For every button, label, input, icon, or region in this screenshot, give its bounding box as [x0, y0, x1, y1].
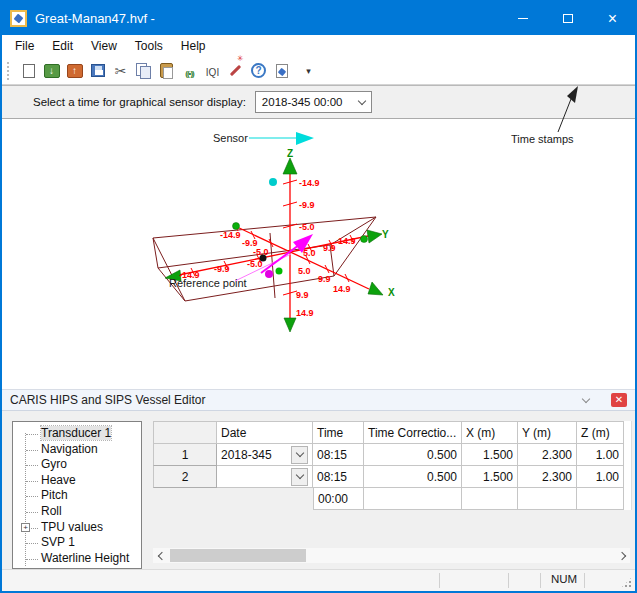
vessel-editor-panel: Transducer 1NavigationGyroHeavePitchRoll…: [2, 411, 635, 569]
tree-item-tpu-values[interactable]: +TPU values: [13, 520, 141, 536]
cell-r2-time_correction[interactable]: 0.500: [364, 466, 462, 488]
date-dropdown-button[interactable]: [291, 446, 308, 464]
clipboard-icon: [160, 63, 173, 78]
cell-r3-time[interactable]: 00:00: [313, 488, 364, 510]
menu-file[interactable]: File: [6, 37, 43, 55]
cell-r3-y[interactable]: [518, 488, 577, 510]
cell-r1-time[interactable]: 08:15: [313, 444, 364, 466]
tree-item-label: Roll: [41, 504, 62, 518]
column-header-y[interactable]: Y (m): [518, 421, 577, 444]
sensor-time-bar: Select a time for graphical sensor displ…: [2, 85, 635, 119]
query-select-button[interactable]: [201, 60, 224, 82]
window-title: Great-Manan47.hvf -: [35, 11, 500, 26]
export-button[interactable]: [63, 60, 86, 82]
cell-r1-z[interactable]: 1.00: [577, 444, 624, 466]
save-button[interactable]: [86, 60, 109, 82]
cell-r1-y[interactable]: 2.300: [518, 444, 577, 466]
tree-item-label: SVP 1: [41, 535, 75, 549]
menu-view[interactable]: View: [82, 37, 126, 55]
toolbar-overflow-button[interactable]: [297, 60, 320, 82]
minimize-button[interactable]: [500, 2, 545, 35]
column-header-x[interactable]: X (m): [462, 421, 518, 444]
menu-help[interactable]: Help: [172, 37, 215, 55]
status-separator: [540, 573, 541, 588]
tree-item-label: Waterline Height: [41, 551, 129, 565]
grid-horizontal-scrollbar[interactable]: [153, 548, 630, 563]
dock-spacer: [2, 381, 635, 389]
column-header-date[interactable]: Date: [217, 421, 313, 444]
tree-item-transducer-1[interactable]: Transducer 1: [13, 426, 141, 442]
tree-item-navigation[interactable]: Navigation: [13, 442, 141, 458]
title-bar[interactable]: Great-Manan47.hvf - ×: [2, 2, 635, 35]
cell-r1-x[interactable]: 1.500: [462, 444, 518, 466]
tree-item-roll[interactable]: Roll: [13, 504, 141, 520]
digitize-button[interactable]: [224, 60, 247, 82]
vessel-3d-viewport[interactable]: [2, 119, 635, 381]
row-header-1[interactable]: 1: [153, 444, 217, 466]
close-button[interactable]: ×: [590, 2, 635, 35]
scrollbar-thumb[interactable]: [170, 549, 306, 562]
panel-close-button[interactable]: ✕: [611, 393, 627, 407]
cell-r2-x[interactable]: 1.500: [462, 466, 518, 488]
copy-button[interactable]: [132, 60, 155, 82]
cell-r3-time_correction[interactable]: [364, 488, 462, 510]
menu-edit[interactable]: Edit: [43, 37, 82, 55]
panel-title: CARIS HIPS and SIPS Vessel Editor: [10, 393, 583, 407]
paste-button[interactable]: [155, 60, 178, 82]
column-header-time[interactable]: Time: [313, 421, 364, 444]
broadcast-button[interactable]: [178, 60, 201, 82]
tree-item-label: Transducer 1: [41, 426, 111, 440]
maximize-button[interactable]: [545, 2, 590, 35]
scroll-left-arrow[interactable]: [153, 548, 167, 563]
resize-grip[interactable]: [620, 576, 633, 589]
tree-item-heave[interactable]: Heave: [13, 473, 141, 489]
help-button[interactable]: [247, 60, 270, 82]
cell-r1-date[interactable]: 2018-345: [217, 444, 313, 466]
time-select-value: 2018-345 00:00: [262, 96, 359, 108]
cell-r2-y[interactable]: 2.300: [518, 466, 577, 488]
date-dropdown-button[interactable]: [291, 468, 308, 486]
time-select-dropdown[interactable]: 2018-345 00:00: [255, 91, 372, 113]
panel-menu-caret-icon[interactable]: [582, 394, 590, 402]
grid-vertical-scrollbar[interactable]: [624, 421, 632, 510]
column-header-num[interactable]: [153, 421, 217, 444]
import-button[interactable]: [40, 60, 63, 82]
new-document-button[interactable]: [17, 60, 40, 82]
vessel-tree: Transducer 1NavigationGyroHeavePitchRoll…: [12, 421, 142, 569]
cell-r3-z[interactable]: [577, 488, 624, 510]
column-header-time_correction[interactable]: Time Correctio...: [364, 421, 462, 444]
cell-r1-time_correction[interactable]: 0.500: [364, 444, 462, 466]
cell-r2-z[interactable]: 1.00: [577, 466, 624, 488]
row-header-2[interactable]: 2: [153, 466, 217, 488]
scroll-right-arrow[interactable]: [616, 548, 630, 563]
tree-item-waterline-height[interactable]: Waterline Height: [13, 551, 141, 567]
antenna-icon: [185, 62, 193, 80]
status-separator: [584, 573, 585, 588]
cell-r3-x[interactable]: [462, 488, 518, 510]
tree-item-gyro[interactable]: Gyro: [13, 457, 141, 473]
tree-item-svp-1[interactable]: SVP 1: [13, 535, 141, 551]
toolbar: [2, 57, 635, 85]
tree-item-pitch[interactable]: Pitch: [13, 488, 141, 504]
menu-tools[interactable]: Tools: [126, 37, 172, 55]
vessel-editor-panel-header[interactable]: CARIS HIPS and SIPS Vessel Editor ✕: [2, 389, 635, 411]
cut-button[interactable]: [109, 60, 132, 82]
save-icon: [91, 64, 105, 77]
tree-item-label: Pitch: [41, 488, 68, 502]
cell-r2-date[interactable]: [217, 466, 313, 488]
num-lock-indicator: NUM: [546, 573, 582, 585]
app-window: Great-Manan47.hvf - × FileEditViewToolsH…: [0, 0, 637, 593]
import-icon: [44, 64, 60, 78]
chevron-down-icon: [295, 471, 303, 479]
toolbar-grip[interactable]: [7, 62, 12, 80]
tree-item-label: Gyro: [41, 457, 67, 471]
expand-plus-icon[interactable]: +: [21, 523, 30, 532]
vessel-editor-button[interactable]: [270, 60, 293, 82]
app-icon: [10, 10, 27, 27]
maximize-icon: [563, 14, 573, 23]
column-header-z[interactable]: Z (m): [577, 421, 624, 444]
help-icon: [251, 63, 266, 78]
row-header-3: [153, 488, 217, 510]
cell-r2-time[interactable]: 08:15: [313, 466, 364, 488]
menu-bar: FileEditViewToolsHelp: [2, 35, 635, 57]
